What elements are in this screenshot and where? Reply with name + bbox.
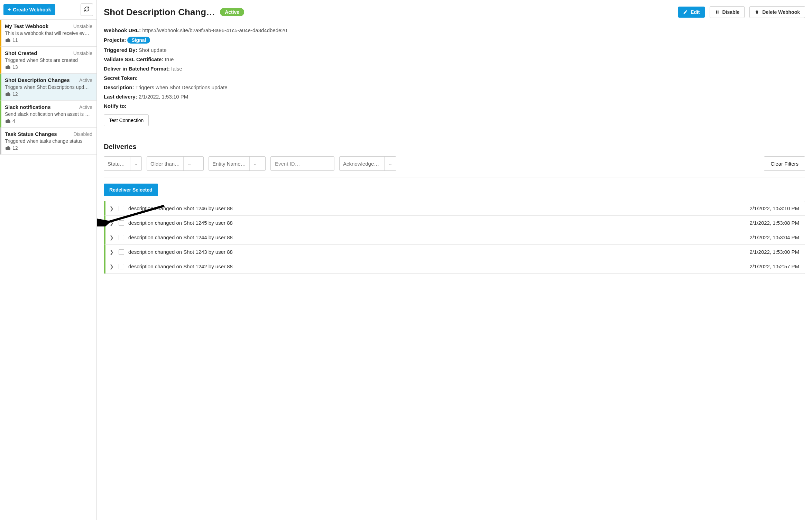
deliveries-list: ❯description changed on Shot 1246 by use… — [104, 201, 805, 274]
filter-older-label: Older than… — [147, 161, 183, 167]
delivery-time: 2/1/2022, 1:53:00 PM — [750, 249, 799, 255]
delivery-row: ❯description changed on Shot 1246 by use… — [104, 201, 805, 215]
trash-icon — [755, 10, 759, 15]
filter-older-than[interactable]: Older than… ⌄ — [147, 156, 204, 171]
plus-icon: + — [8, 7, 11, 12]
filter-acknowledgement[interactable]: Acknowledgeme ⌄ — [339, 156, 396, 171]
delivery-time: 2/1/2022, 1:53:10 PM — [750, 205, 799, 211]
delivery-time: 2/1/2022, 1:52:57 PM — [750, 263, 799, 269]
delivery-time: 2/1/2022, 1:53:08 PM — [750, 220, 799, 226]
filter-status[interactable]: Status… ⌄ — [104, 156, 142, 171]
expand-chevron-icon[interactable]: ❯ — [109, 249, 114, 255]
triggered-by-value: Shot update — [139, 47, 167, 53]
webhook-desc: Triggered when Shots are created — [5, 57, 92, 63]
triggered-by-label: Triggered By: — [104, 47, 137, 53]
webhook-list: My Test WebhookUnstableThis is a webhook… — [0, 20, 96, 155]
delivery-checkbox[interactable] — [119, 206, 124, 211]
chevron-down-icon: ⌄ — [183, 157, 195, 170]
delivery-row: ❯description changed on Shot 1244 by use… — [104, 230, 805, 244]
projects-label: Projects: — [104, 37, 126, 43]
webhook-item[interactable]: Shot Description ChangesActiveTriggers w… — [0, 74, 96, 101]
webhook-count: 13 — [12, 64, 18, 70]
svg-rect-0 — [716, 11, 717, 14]
create-webhook-label: Create Webhook — [13, 7, 51, 12]
webhook-desc: This is a webhook that will receive ev… — [5, 30, 92, 36]
webhook-desc: Send slack notification when asset is … — [5, 111, 92, 117]
refresh-button[interactable] — [81, 3, 93, 16]
details: Webhook URL: https://webhook.site/b2a9f3… — [104, 27, 805, 126]
webhook-status: Unstable — [73, 24, 92, 29]
webhook-item[interactable]: Slack notificationsActiveSend slack noti… — [0, 101, 96, 128]
delivery-time: 2/1/2022, 1:53:04 PM — [750, 234, 799, 240]
expand-chevron-icon[interactable]: ❯ — [109, 264, 114, 269]
webhook-item[interactable]: Task Status ChangesDisabledTriggered whe… — [0, 128, 96, 155]
pause-icon — [715, 10, 720, 15]
webhook-desc: Triggers when Shot Descriptions upd… — [5, 84, 92, 90]
page-title: Shot Description Chang… — [104, 7, 215, 18]
test-connection-button[interactable]: Test Connection — [104, 114, 149, 126]
delivery-checkbox[interactable] — [119, 264, 124, 269]
last-delivery-value: 2/1/2022, 1:53:10 PM — [139, 94, 188, 100]
filter-ack-label: Acknowledgeme — [340, 161, 384, 167]
delete-button[interactable]: Delete Webhook — [749, 6, 805, 18]
webhook-url-value: https://webhook.site/b2a9f3ab-8a96-41c5-… — [142, 27, 287, 33]
webhook-name: Task Status Changes — [5, 131, 57, 137]
chevron-down-icon: ⌄ — [249, 157, 261, 170]
deliveries-heading: Deliveries — [104, 143, 805, 151]
delivery-text: description changed on Shot 1242 by user… — [128, 263, 233, 269]
delivery-row: ❯description changed on Shot 1243 by use… — [104, 244, 805, 259]
webhook-status: Disabled — [74, 131, 92, 137]
chevron-down-icon: ⌄ — [384, 157, 396, 170]
svg-rect-1 — [718, 11, 719, 14]
webhook-name: Slack notifications — [5, 104, 51, 110]
create-webhook-button[interactable]: + Create Webhook — [3, 4, 55, 15]
webhook-desc: Triggered when tasks change status — [5, 138, 92, 144]
redeliver-selected-button[interactable]: Redeliver Selected — [104, 184, 158, 196]
webhook-status: Unstable — [73, 50, 92, 56]
filter-entity-label: Entity Name… — [209, 161, 249, 167]
validate-ssl-label: Validate SSL Certificate: — [104, 56, 163, 62]
disable-button[interactable]: Disable — [710, 6, 745, 18]
delivery-checkbox[interactable] — [119, 235, 124, 240]
webhook-count: 11 — [12, 37, 18, 43]
status-badge: Active — [220, 8, 244, 16]
expand-chevron-icon[interactable]: ❯ — [109, 235, 114, 240]
webhook-count: 4 — [12, 118, 15, 124]
deliveries-filters: Status… ⌄ Older than… ⌄ Entity Name… ⌄ A… — [104, 156, 805, 177]
webhook-count: 12 — [12, 145, 18, 151]
sidebar-header: + Create Webhook — [0, 0, 96, 20]
delivery-text: description changed on Shot 1245 by user… — [128, 220, 233, 226]
chevron-down-icon: ⌄ — [130, 157, 141, 170]
delivery-row: ❯description changed on Shot 1242 by use… — [104, 259, 805, 273]
webhook-status: Active — [79, 104, 92, 110]
filter-entity-name[interactable]: Entity Name… ⌄ — [209, 156, 266, 171]
cloud-icon — [5, 119, 11, 123]
refresh-icon — [84, 6, 90, 13]
delivery-checkbox[interactable] — [119, 249, 124, 255]
edit-button[interactable]: Edit — [678, 7, 704, 18]
validate-ssl-value: true — [165, 56, 174, 62]
main-header: Shot Description Chang… Active Edit Disa… — [104, 6, 805, 23]
batched-value: false — [171, 66, 182, 72]
delivery-checkbox[interactable] — [119, 220, 124, 226]
expand-chevron-icon[interactable]: ❯ — [109, 220, 114, 226]
main: Shot Description Chang… Active Edit Disa… — [97, 0, 812, 520]
description-value: Triggers when Shot Descriptions update — [135, 84, 227, 90]
webhook-item[interactable]: My Test WebhookUnstableThis is a webhook… — [0, 20, 96, 47]
secret-label: Secret Token: — [104, 75, 138, 81]
webhook-name: My Test Webhook — [5, 23, 48, 29]
project-tag[interactable]: Signal — [127, 37, 150, 44]
pencil-icon — [683, 10, 688, 15]
cloud-icon — [5, 38, 11, 42]
edit-label: Edit — [691, 9, 700, 15]
webhook-name: Shot Created — [5, 50, 37, 56]
delivery-text: description changed on Shot 1246 by user… — [128, 205, 233, 211]
disable-label: Disable — [722, 9, 740, 15]
expand-chevron-icon[interactable]: ❯ — [109, 206, 114, 211]
webhook-item[interactable]: Shot CreatedUnstableTriggered when Shots… — [0, 47, 96, 74]
clear-filters-button[interactable]: Clear Filters — [764, 156, 805, 171]
webhook-name: Shot Description Changes — [5, 77, 70, 83]
last-delivery-label: Last delivery: — [104, 94, 137, 100]
description-label: Description: — [104, 84, 134, 90]
filter-event-id[interactable] — [270, 156, 334, 171]
